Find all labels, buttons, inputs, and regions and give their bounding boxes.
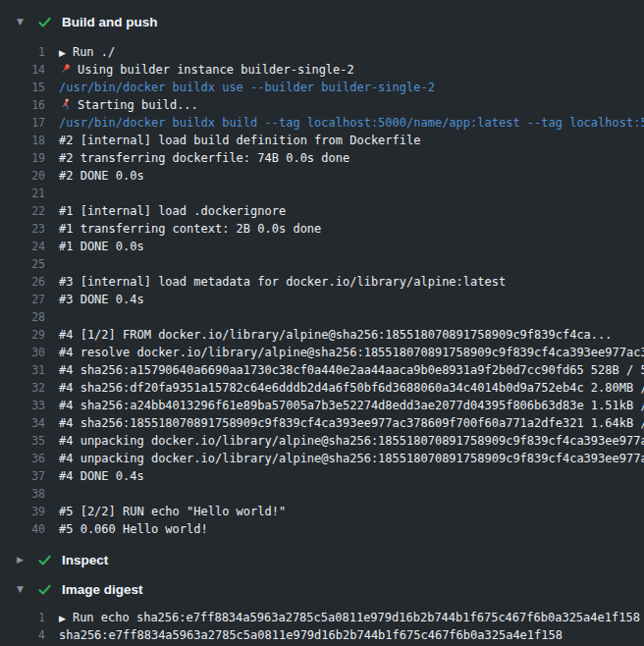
log-line: 21 <box>0 185 644 202</box>
success-check-icon <box>37 15 53 29</box>
log-text: #4 unpacking docker.io/library/alpine@sh… <box>45 432 644 450</box>
line-number[interactable]: 36 <box>0 450 45 467</box>
line-number[interactable]: 37 <box>0 467 45 485</box>
log-text: ▶Run ./ <box>45 43 644 61</box>
line-number[interactable]: 22 <box>0 202 45 220</box>
log-line: 16Starting build... <box>0 96 644 114</box>
chevron-down-icon: ▼ <box>17 8 27 35</box>
line-number[interactable]: 35 <box>0 432 45 450</box>
log-line: 31#4 sha256:a15790640a6690aa1730c38cf0a4… <box>0 361 644 379</box>
section-title: Inspect <box>62 553 108 567</box>
chevron-down-icon: ▼ <box>17 575 27 603</box>
log-text: #2 DONE 0.0s <box>45 167 644 185</box>
log-line: 29#4 [1/2] FROM docker.io/library/alpine… <box>0 326 644 344</box>
success-check-icon <box>37 582 53 597</box>
line-number[interactable]: 16 <box>0 96 45 114</box>
log-line: 33#4 sha256:a24bb4013296f61e89ba57005a7b… <box>0 397 644 414</box>
section-build-and-push: ▼ Build and push 1▶Run ./14Using builder… <box>0 8 644 546</box>
log-line: 25 <box>0 255 644 273</box>
line-number[interactable]: 38 <box>0 485 45 503</box>
command-text: /usr/bin/docker buildx use --builder bui… <box>45 79 644 96</box>
line-number[interactable]: 26 <box>0 273 45 291</box>
log-line: 36#4 unpacking docker.io/library/alpine@… <box>0 450 644 467</box>
log-line: 30#4 resolve docker.io/library/alpine@sh… <box>0 344 644 361</box>
line-number[interactable]: 19 <box>0 149 45 167</box>
log-line: 27#3 DONE 0.4s <box>0 291 644 308</box>
section-header-inspect[interactable]: ▶ Inspect <box>0 546 644 573</box>
log-text <box>45 255 644 273</box>
log-line: 26#3 [internal] load metadata for docker… <box>0 273 644 291</box>
line-number[interactable]: 21 <box>0 185 45 202</box>
actions-log-viewer: ▼ Build and push 1▶Run ./14Using builder… <box>0 0 644 646</box>
log-line: 4sha256:e7ff8834a5963a2785c5a0811e979d16… <box>0 626 644 644</box>
line-number[interactable]: 4 <box>0 626 45 644</box>
log-text: #3 DONE 0.4s <box>45 291 644 308</box>
log-line: 37#4 DONE 0.4s <box>0 467 644 485</box>
line-number[interactable]: 24 <box>0 238 45 255</box>
line-number[interactable]: 27 <box>0 291 45 308</box>
section-log-lines: 1▶Run ./14Using builder instance builder… <box>0 35 644 546</box>
line-number[interactable]: 1 <box>0 609 45 626</box>
section-header-build-and-push[interactable]: ▼ Build and push <box>0 8 644 35</box>
log-line: 28 <box>0 308 644 326</box>
line-number[interactable]: 1 <box>0 43 45 61</box>
log-line: 22#1 [internal] load .dockerignore <box>0 202 644 220</box>
line-number[interactable]: 30 <box>0 344 45 361</box>
log-text: #4 DONE 0.4s <box>45 467 644 485</box>
chevron-right-icon: ▶ <box>17 546 27 573</box>
log-text: #4 [1/2] FROM docker.io/library/alpine@s… <box>45 326 644 344</box>
success-check-icon <box>37 553 53 567</box>
line-number[interactable]: 20 <box>0 167 45 185</box>
line-number[interactable]: 25 <box>0 255 45 273</box>
section-inspect: ▶ Inspect <box>0 546 644 573</box>
log-text: #4 resolve docker.io/library/alpine@sha2… <box>45 344 644 361</box>
log-text: #3 [internal] load metadata for docker.i… <box>45 273 644 291</box>
log-line: 1▶Run echo sha256:e7ff8834a5963a2785c5a0… <box>0 609 644 626</box>
section-header-image-digest[interactable]: ▼ Image digest <box>0 575 644 603</box>
log-line: 14Using builder instance builder-single-… <box>0 61 644 79</box>
line-number[interactable]: 31 <box>0 361 45 379</box>
line-number[interactable]: 14 <box>0 61 45 79</box>
line-number[interactable]: 23 <box>0 220 45 238</box>
log-text: Starting build... <box>45 96 644 114</box>
log-text: #4 sha256:185518070891758909c9f839cf4ca3… <box>45 414 644 432</box>
log-line: 1▶Run ./ <box>0 43 644 61</box>
log-text: #1 transferring context: 2B 0.0s done <box>45 220 644 238</box>
section-title: Build and push <box>62 15 158 29</box>
log-line: 39#5 [2/2] RUN echo "Hello world!" <box>0 503 644 520</box>
log-line: 23#1 transferring context: 2B 0.0s done <box>0 220 644 238</box>
log-line: 34#4 sha256:185518070891758909c9f839cf4c… <box>0 414 644 432</box>
expand-run-icon[interactable]: ▶ <box>59 610 66 626</box>
line-number[interactable]: 28 <box>0 308 45 326</box>
section-image-digest: ▼ Image digest 1▶Run echo sha256:e7ff883… <box>0 575 644 646</box>
log-line: 24#1 DONE 0.0s <box>0 238 644 255</box>
line-number[interactable]: 34 <box>0 414 45 432</box>
line-number[interactable]: 39 <box>0 503 45 520</box>
line-number[interactable]: 40 <box>0 520 45 538</box>
log-text: #4 unpacking docker.io/library/alpine@sh… <box>45 450 644 467</box>
log-text: #2 transferring dockerfile: 74B 0.0s don… <box>45 149 644 167</box>
section-title: Image digest <box>62 582 143 597</box>
log-text: #5 [2/2] RUN echo "Hello world!" <box>45 503 644 520</box>
log-text: #4 sha256:a15790640a6690aa1730c38cf0a440… <box>45 361 644 379</box>
log-text: sha256:e7ff8834a5963a2785c5a0811e979d16b… <box>45 626 644 644</box>
log-text: #5 0.060 Hello world! <box>45 520 644 538</box>
command-text: /usr/bin/docker buildx build --tag local… <box>45 114 644 132</box>
log-line: 15/usr/bin/docker buildx use --builder b… <box>0 79 644 96</box>
line-number[interactable]: 17 <box>0 114 45 132</box>
line-number[interactable]: 29 <box>0 326 45 344</box>
section-log-lines: 1▶Run echo sha256:e7ff8834a5963a2785c5a0… <box>0 603 644 646</box>
line-number[interactable]: 33 <box>0 397 45 414</box>
expand-run-icon[interactable]: ▶ <box>59 44 66 61</box>
log-text: #4 sha256:a24bb4013296f61e89ba57005a7b3e… <box>45 397 644 414</box>
log-text: #1 [internal] load .dockerignore <box>45 202 644 220</box>
log-line: 19#2 transferring dockerfile: 74B 0.0s d… <box>0 149 644 167</box>
log-text: #1 DONE 0.0s <box>45 238 644 255</box>
log-line: 20#2 DONE 0.0s <box>0 167 644 185</box>
line-number[interactable]: 15 <box>0 79 45 96</box>
line-number[interactable]: 32 <box>0 379 45 397</box>
log-text <box>45 185 644 202</box>
log-text: #4 sha256:df20fa9351a15782c64e6dddb2d4a6… <box>45 379 644 397</box>
line-number[interactable]: 18 <box>0 132 45 149</box>
log-text <box>45 308 644 326</box>
